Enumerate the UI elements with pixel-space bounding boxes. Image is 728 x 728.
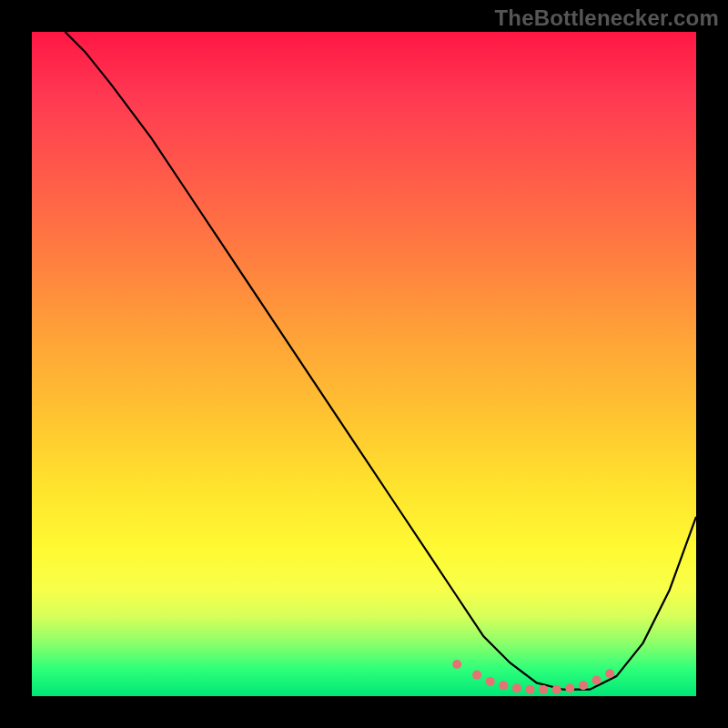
watermark-text: TheBottlenecker.com (494, 5, 719, 31)
bottleneck-curve (66, 32, 697, 690)
marker-dot (579, 681, 588, 690)
plot-area (32, 32, 696, 696)
marker-dot (605, 669, 614, 678)
marker-dot (452, 660, 461, 669)
marker-dot (526, 685, 535, 694)
marker-dot (472, 671, 481, 680)
marker-dot (592, 676, 602, 685)
chart-frame: TheBottlenecker.com (0, 0, 728, 728)
marker-dot (539, 685, 548, 694)
marker-dot (565, 683, 574, 693)
marker-dot (512, 683, 521, 693)
curve-svg (32, 32, 696, 696)
marker-dot (486, 677, 495, 686)
marker-dot (552, 685, 561, 694)
marker-dot (499, 681, 508, 690)
